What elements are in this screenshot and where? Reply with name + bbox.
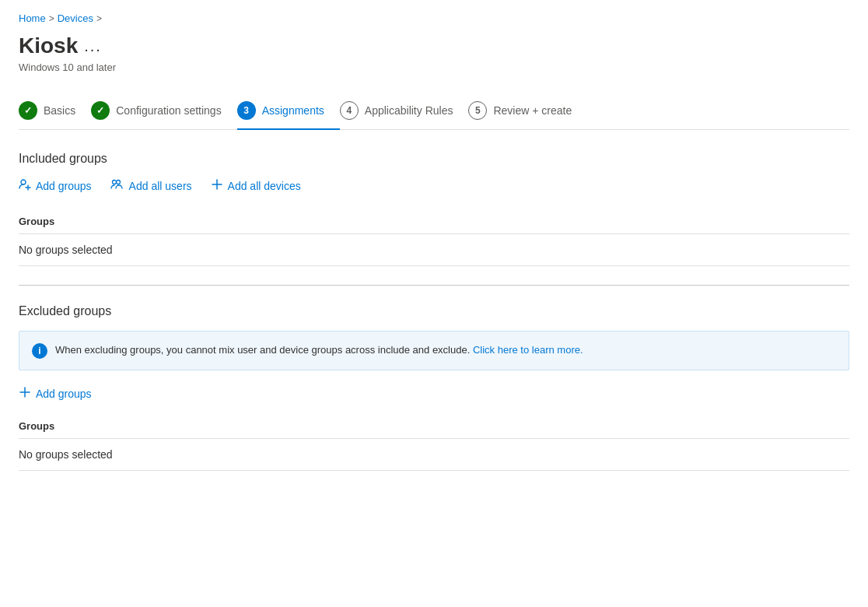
tab-assignments[interactable]: 3 Assignments [237, 92, 340, 129]
table-row: No groups selected [19, 234, 849, 266]
add-all-users-button[interactable]: Add all users [110, 178, 192, 194]
info-text: When excluding groups, you cannot mix us… [55, 342, 583, 358]
svg-point-4 [116, 181, 120, 184]
excluded-action-links: Add groups [19, 386, 849, 402]
info-message: When excluding groups, you cannot mix us… [55, 344, 470, 356]
tab-configuration[interactable]: ✓ Configuration settings [91, 92, 236, 129]
more-options-button[interactable]: ... [84, 37, 102, 55]
included-groups-table: Groups No groups selected [19, 209, 849, 266]
tab-assignments-label: Assignments [262, 104, 324, 117]
add-groups-button[interactable]: Add groups [19, 178, 92, 194]
included-action-links: Add groups Add all users [19, 178, 849, 194]
main-content: Included groups Add groups [19, 152, 849, 471]
step-circle-applicability: 4 [340, 101, 359, 120]
excluded-section-title: Excluded groups [19, 304, 849, 318]
excluded-add-groups-label: Add groups [36, 388, 92, 400]
add-all-devices-icon [211, 178, 223, 194]
included-section-title: Included groups [19, 152, 849, 166]
breadcrumb-sep1: > [49, 13, 54, 24]
tab-configuration-label: Configuration settings [116, 104, 221, 117]
breadcrumb-sep2: > [96, 13, 102, 24]
add-all-devices-label: Add all devices [228, 180, 301, 192]
info-learn-more-link[interactable]: Click here to learn more. [473, 344, 583, 356]
excluded-groups-section: Excluded groups i When excluding groups,… [19, 304, 849, 471]
info-box: i When excluding groups, you cannot mix … [19, 331, 849, 370]
add-all-devices-button[interactable]: Add all devices [211, 178, 301, 194]
add-groups-icon [19, 178, 31, 194]
breadcrumb: Home > Devices > [19, 12, 849, 24]
step-circle-basics: ✓ [19, 101, 37, 120]
tab-basics-label: Basics [44, 104, 75, 117]
page-header: Kiosk ... [19, 33, 849, 58]
section-divider [19, 285, 849, 286]
step-circle-assignments: 3 [237, 101, 256, 120]
included-no-groups: No groups selected [19, 234, 849, 266]
tab-applicability-label: Applicability Rules [365, 104, 453, 117]
tab-basics[interactable]: ✓ Basics [19, 92, 91, 129]
table-row: No groups selected [19, 439, 849, 471]
included-groups-header: Groups [19, 209, 849, 234]
tab-applicability[interactable]: 4 Applicability Rules [340, 92, 469, 129]
included-groups-section: Included groups Add groups [19, 152, 849, 266]
add-groups-label: Add groups [36, 180, 92, 192]
excluded-groups-table: Groups No groups selected [19, 414, 849, 471]
add-all-users-icon [110, 178, 124, 194]
breadcrumb-devices[interactable]: Devices [58, 12, 93, 24]
breadcrumb-home[interactable]: Home [19, 12, 46, 24]
excluded-add-groups-button[interactable]: Add groups [19, 386, 92, 402]
excluded-add-groups-icon [19, 386, 31, 402]
wizard-tabs: ✓ Basics ✓ Configuration settings 3 Assi… [19, 92, 849, 130]
svg-point-0 [21, 180, 26, 184]
info-icon: i [32, 343, 47, 359]
tab-review[interactable]: 5 Review + create [468, 92, 587, 129]
tab-review-label: Review + create [493, 104, 572, 117]
step-circle-configuration: ✓ [91, 101, 110, 120]
page-subtitle: Windows 10 and later [19, 61, 849, 73]
excluded-groups-header: Groups [19, 414, 849, 439]
svg-point-3 [112, 181, 116, 184]
step-circle-review: 5 [468, 101, 487, 120]
add-all-users-label: Add all users [129, 180, 192, 192]
page-title: Kiosk [19, 33, 78, 58]
excluded-no-groups: No groups selected [19, 439, 849, 471]
